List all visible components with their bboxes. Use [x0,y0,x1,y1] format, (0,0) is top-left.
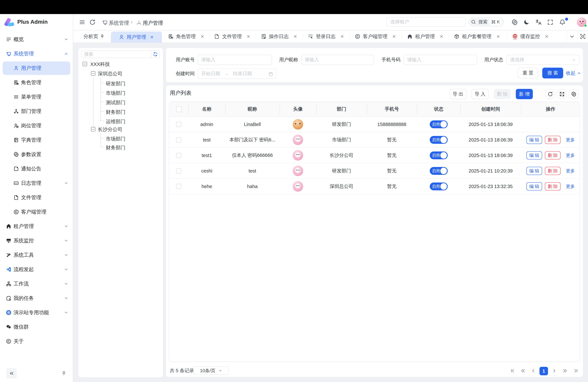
svg-text:redis: redis [513,38,517,40]
svg-text:DEV: DEV [15,183,18,184]
